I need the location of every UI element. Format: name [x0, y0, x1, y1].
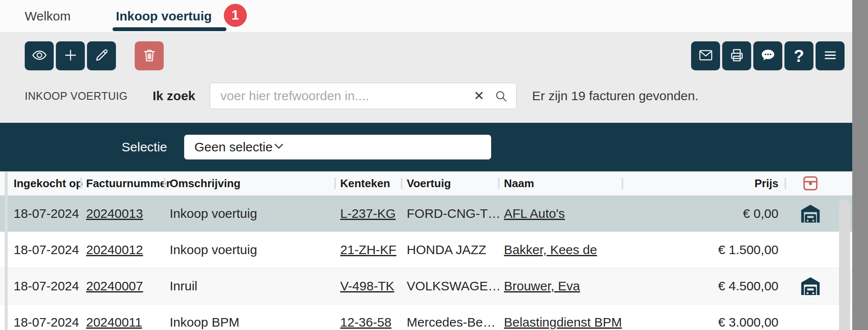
- toolbar-left-group: [25, 41, 164, 70]
- tab-inkoop-voertuig[interactable]: Inkoop voertuig 1: [116, 9, 212, 24]
- toolbar-section: ? INKOOP VOERTUIG Ik zoek ✕: [0, 32, 868, 123]
- column-header-description[interactable]: Omschrijving: [170, 177, 340, 190]
- name-link[interactable]: AFL Auto's: [504, 206, 565, 220]
- license-link[interactable]: 21-ZH-KF: [340, 243, 396, 257]
- printer-icon: [729, 47, 745, 64]
- cell-vehicle: HONDA JAZZ: [407, 243, 504, 257]
- help-button[interactable]: ?: [784, 41, 813, 70]
- view-button[interactable]: [25, 41, 54, 70]
- column-header-vehicle-flag[interactable]: [778, 174, 842, 192]
- name-link[interactable]: Bakker, Kees de: [504, 243, 597, 257]
- cell-vehicle: FORD-CNG-T…: [407, 206, 504, 221]
- table-row[interactable]: 18-07-2024 20240007 Inruil V-498-TK VOLK…: [0, 268, 868, 304]
- selection-dropdown[interactable]: Geen selectie: [184, 135, 491, 159]
- section-title: INKOOP VOERTUIG: [25, 90, 153, 102]
- search-row: INKOOP VOERTUIG Ik zoek ✕ Er zijn 19 fac…: [0, 83, 868, 109]
- cell-description: Inkoop voertuig: [170, 243, 340, 257]
- add-button[interactable]: [56, 41, 85, 70]
- chevron-down-icon: [272, 140, 285, 154]
- search-label: Ik zoek: [153, 89, 195, 103]
- cell-date: 18-07-2024: [14, 315, 86, 330]
- delete-button[interactable]: [135, 41, 164, 70]
- cell-price: € 0,00: [628, 206, 778, 221]
- column-header-name[interactable]: Naam: [504, 177, 628, 190]
- cell-vehicle: VOLKSWAGE…: [407, 279, 504, 293]
- selection-band: Selectie Geen selectie: [0, 123, 868, 171]
- column-header-price[interactable]: Prijs: [628, 177, 778, 190]
- table-left-edge: [5, 172, 8, 330]
- email-button[interactable]: [691, 41, 720, 70]
- cell-price: € 1.500,00: [628, 243, 778, 257]
- cell-description: Inkoop BPM: [170, 315, 340, 330]
- package-icon: [801, 174, 819, 192]
- question-icon: ?: [794, 47, 804, 64]
- tab-welkom[interactable]: Welkom: [25, 9, 71, 24]
- cell-date: 18-07-2024: [14, 279, 86, 293]
- cell-date: 18-07-2024: [14, 206, 86, 221]
- invoice-link[interactable]: 20240011: [86, 315, 142, 329]
- invoice-link[interactable]: 20240013: [86, 206, 143, 220]
- cell-price: € 4.500,00: [628, 279, 778, 293]
- cell-description: Inkoop voertuig: [170, 206, 340, 221]
- toolbar: ?: [0, 32, 868, 70]
- column-header-vehicle[interactable]: Voertuig: [407, 177, 504, 190]
- table-row[interactable]: 18-07-2024 20240013 Inkoop voertuig L-23…: [0, 196, 868, 232]
- print-button[interactable]: [722, 41, 751, 70]
- invoice-link[interactable]: 20240012: [86, 243, 143, 257]
- chat-icon: [760, 47, 776, 64]
- tab-bar: Welkom Inkoop voertuig 1: [0, 0, 868, 32]
- name-link[interactable]: Brouwer, Eva: [504, 279, 580, 293]
- name-link[interactable]: Belastingdienst BPM: [504, 315, 622, 329]
- cell-description: Inruil: [170, 279, 340, 293]
- cell-vehicle: Mercedes-Be…: [407, 315, 504, 330]
- selection-label: Selectie: [0, 140, 167, 154]
- trash-icon: [142, 47, 157, 64]
- toolbar-right-group: ?: [691, 41, 845, 70]
- column-header-invoice[interactable]: Factuurnummer: [86, 177, 170, 190]
- table-row[interactable]: 18-07-2024 20240012 Inkoop voertuig 21-Z…: [0, 232, 868, 268]
- search-box: ✕: [210, 83, 517, 109]
- eye-icon: [32, 47, 47, 64]
- cell-price: € 3.000,00: [628, 315, 778, 330]
- table-header: Ingekocht op Factuurnummer Omschrijving …: [0, 171, 868, 196]
- garage-car-icon[interactable]: [800, 203, 821, 224]
- column-header-license[interactable]: Kenteken: [340, 177, 407, 190]
- menu-button[interactable]: [816, 41, 845, 70]
- vertical-scrollbar[interactable]: [839, 200, 850, 330]
- clear-search-icon[interactable]: ✕: [474, 90, 484, 102]
- hamburger-icon: [822, 47, 838, 64]
- selection-value: Geen selectie: [194, 140, 272, 154]
- garage-car-icon[interactable]: [800, 276, 821, 296]
- envelope-icon: [698, 47, 714, 64]
- results-count-text: Er zijn 19 facturen gevonden.: [532, 89, 698, 103]
- license-link[interactable]: 12-36-58: [340, 315, 391, 329]
- window-right-rail: [852, 0, 868, 330]
- license-link[interactable]: L-237-KG: [340, 206, 396, 220]
- license-link[interactable]: V-498-TK: [340, 279, 394, 293]
- search-input[interactable]: [220, 88, 474, 104]
- search-icon[interactable]: [495, 90, 508, 103]
- chat-button[interactable]: [753, 41, 782, 70]
- table-row[interactable]: 18-07-2024 20240011 Inkoop BPM 12-36-58 …: [0, 304, 868, 330]
- column-header-date[interactable]: Ingekocht op: [14, 177, 86, 190]
- invoice-link[interactable]: 20240007: [86, 279, 143, 293]
- plus-icon: [63, 47, 78, 64]
- notification-badge: 1: [224, 4, 247, 27]
- cell-date: 18-07-2024: [14, 243, 86, 257]
- pencil-icon: [94, 47, 110, 64]
- tab-label: Inkoop voertuig: [116, 9, 212, 23]
- edit-button[interactable]: [87, 41, 116, 70]
